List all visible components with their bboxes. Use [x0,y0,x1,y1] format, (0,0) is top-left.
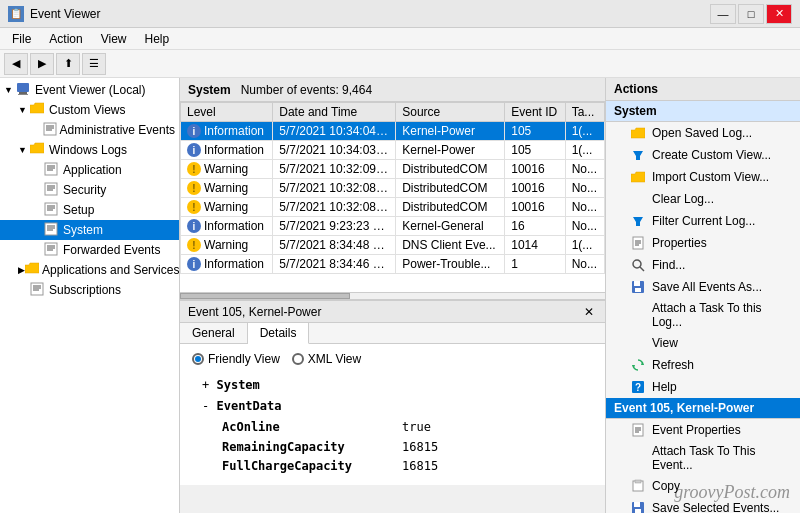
fullcharge-row: FullChargeCapacity 16815 [222,457,593,476]
eventdata-expand-icon[interactable]: - [202,399,216,413]
col-source[interactable]: Source [396,103,505,122]
tree-arrow-app-services[interactable]: ▶ [18,265,25,275]
table-row[interactable]: iInformation5/7/2021 10:34:04 PMKernel-P… [181,122,605,141]
tree-icon-setup [44,202,60,218]
col-date[interactable]: Date and Time [273,103,396,122]
friendly-view-radio[interactable] [192,353,204,365]
tree-item-security[interactable]: Security [0,180,179,200]
action-item-0-10[interactable]: Refresh [606,354,800,376]
svg-marker-3 [30,103,44,113]
tree-item-windows-logs[interactable]: ▼Windows Logs [0,140,179,160]
action-item-0-5[interactable]: Properties [606,232,800,254]
tree-label-custom-views: Custom Views [49,103,125,117]
tree-item-admin-events[interactable]: Administrative Events [0,120,179,140]
maximize-button[interactable]: □ [738,4,764,24]
action-icon-3 [630,191,646,207]
detail-event-title: Event 105, Kernel-Power [188,305,321,319]
close-button[interactable]: ✕ [766,4,792,24]
tree-item-root[interactable]: ▼Event Viewer (Local) [0,80,179,100]
cell-task: No... [565,217,604,236]
title-bar: 📋 Event Viewer — □ ✕ [0,0,800,28]
tree-item-setup[interactable]: Setup [0,200,179,220]
action-item-0-2[interactable]: Import Custom View... [606,166,800,188]
col-task[interactable]: Ta... [565,103,604,122]
action-icon-6 [630,257,646,273]
show-hide-button[interactable]: ☰ [82,53,106,75]
table-row[interactable]: iInformation5/7/2021 10:34:03 PMKernel-P… [181,141,605,160]
action-icon-9 [630,335,646,351]
action-item-0-11[interactable]: ?Help [606,376,800,398]
table-header-row: Level Date and Time Source Event ID Ta..… [181,103,605,122]
cell-date: 5/7/2021 10:32:08 PM [273,198,396,217]
tree-item-system[interactable]: System [0,220,179,240]
detail-close-button[interactable]: ✕ [581,304,597,320]
svg-rect-17 [45,203,57,215]
table-row[interactable]: !Warning5/7/2021 10:32:08 PMDistributedC… [181,179,605,198]
up-button[interactable]: ⬆ [56,53,80,75]
table-row[interactable]: iInformation5/7/2021 8:34:46 PMPower-Tro… [181,255,605,274]
tree-item-subscriptions[interactable]: Subscriptions [0,280,179,300]
action-icon-0 [630,125,646,141]
events-table-container[interactable]: Level Date and Time Source Event ID Ta..… [180,102,605,292]
detail-title-bar: Event 105, Kernel-Power ✕ [180,301,605,323]
xml-view-radio[interactable] [292,353,304,365]
action-item-0-7[interactable]: Save All Events As... [606,276,800,298]
action-item-0-1[interactable]: Create Custom View... [606,144,800,166]
system-expand-icon[interactable]: + [202,378,216,392]
svg-rect-2 [18,94,28,95]
tree-item-forwarded[interactable]: Forwarded Events [0,240,179,260]
tree-arrow-custom-views[interactable]: ▼ [18,105,30,115]
action-icon-11: ? [630,379,646,395]
table-row[interactable]: iInformation5/7/2021 9:23:23 PMKernel-Ge… [181,217,605,236]
xml-view-option[interactable]: XML View [292,352,361,366]
action-item-0-9[interactable]: View [606,332,800,354]
svg-marker-8 [30,143,44,153]
actions-section-header-1: Event 105, Kernel-Power [606,398,800,419]
friendly-view-option[interactable]: Friendly View [192,352,280,366]
tree-arrow-windows-logs[interactable]: ▼ [18,145,30,155]
tab-details[interactable]: Details [248,323,310,344]
tree-item-custom-views[interactable]: ▼Custom Views [0,100,179,120]
action-item-1-0[interactable]: Event Properties [606,419,800,441]
table-row[interactable]: !Warning5/7/2021 10:32:09 PMDistributedC… [181,160,605,179]
table-row[interactable]: !Warning5/7/2021 10:32:08 PMDistributedC… [181,198,605,217]
menu-action[interactable]: Action [41,30,90,48]
cell-source: Kernel-Power [396,141,505,160]
window-controls: — □ ✕ [710,4,792,24]
action-item-0-8[interactable]: Attach a Task To this Log... [606,298,800,332]
menu-help[interactable]: Help [137,30,178,48]
menu-view[interactable]: View [93,30,135,48]
action-item-1-3[interactable]: Save Selected Events... [606,497,800,513]
action-item-1-2[interactable]: Copy [606,475,800,497]
forward-button[interactable]: ▶ [30,53,54,75]
table-row[interactable]: !Warning5/7/2021 8:34:48 PMDNS Client Ev… [181,236,605,255]
tab-general[interactable]: General [180,323,248,343]
detail-tabs: General Details [180,323,605,344]
menu-file[interactable]: File [4,30,39,48]
action-label-1-2: Copy [652,479,680,493]
minimize-button[interactable]: — [710,4,736,24]
back-button[interactable]: ◀ [4,53,28,75]
tree-arrow-root[interactable]: ▼ [4,85,16,95]
col-level[interactable]: Level [181,103,273,122]
aconline-value: true [402,418,431,437]
cell-task: 1(... [565,236,604,255]
action-item-0-0[interactable]: Open Saved Log... [606,122,800,144]
cell-level: !Warning [181,198,273,217]
action-item-0-3[interactable]: Clear Log... [606,188,800,210]
action-item-0-4[interactable]: Filter Current Log... [606,210,800,232]
tree-icon-subscriptions [30,282,46,298]
action-item-0-6[interactable]: Find... [606,254,800,276]
tree-item-app-services[interactable]: ▶Applications and Services Logs [0,260,179,280]
cell-source: Kernel-General [396,217,505,236]
menu-bar: File Action View Help [0,28,800,50]
cell-date: 5/7/2021 8:34:48 PM [273,236,396,255]
cell-source: Kernel-Power [396,122,505,141]
tree-label-security: Security [63,183,106,197]
tree-item-application[interactable]: Application [0,160,179,180]
action-item-1-1[interactable]: Attach Task To This Event... [606,441,800,475]
table-scrollbar-area[interactable] [180,292,605,300]
col-eventid[interactable]: Event ID [505,103,565,122]
fullcharge-key: FullChargeCapacity [222,457,382,476]
level-label: Information [204,124,264,138]
